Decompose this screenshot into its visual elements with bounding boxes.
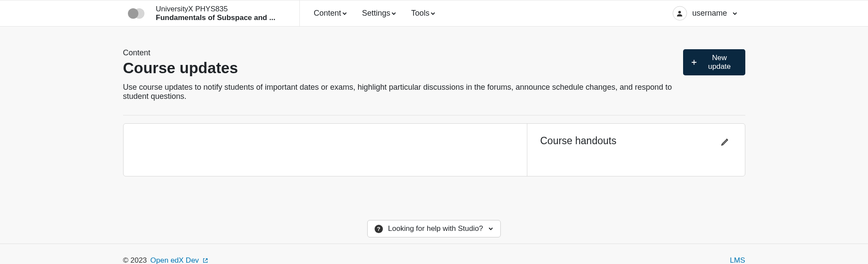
- chevron-down-icon: [430, 11, 436, 16]
- footer: © 2023 Open edX Dev edX and Open edX, an…: [0, 244, 868, 264]
- page-description: Use course updates to notify students of…: [123, 83, 684, 101]
- nav-tools-label: Tools: [411, 9, 429, 18]
- open-edx-dev-label: Open edX Dev: [151, 256, 199, 264]
- logo-icon: [128, 7, 145, 20]
- footer-right: LMS POWERED BY OPEN edX: [694, 256, 745, 264]
- app-header: UniversityX PHYS835 Fundamentals of Subs…: [0, 0, 868, 27]
- divider: [123, 115, 745, 115]
- footer-inner: © 2023 Open edX Dev edX and Open edX, an…: [123, 256, 745, 264]
- nav-settings-label: Settings: [362, 9, 390, 18]
- user-icon: [676, 10, 684, 17]
- help-icon: ?: [375, 225, 383, 233]
- avatar: [673, 6, 687, 20]
- nav-settings[interactable]: Settings: [362, 9, 396, 18]
- footer-left: © 2023 Open edX Dev edX and Open edX, an…: [123, 256, 424, 264]
- new-update-button[interactable]: New update: [683, 49, 745, 75]
- course-code: UniversityX PHYS835: [156, 5, 275, 14]
- main-nav: Content Settings Tools: [300, 9, 436, 18]
- content-panels: Course handouts: [123, 123, 745, 176]
- svg-point-0: [678, 11, 681, 14]
- footer-copyright-row: © 2023 Open edX Dev: [123, 256, 424, 264]
- chevron-down-icon: [732, 11, 737, 16]
- user-menu[interactable]: username: [673, 6, 737, 20]
- plus-icon: [691, 59, 697, 66]
- course-title-block: UniversityX PHYS835 Fundamentals of Subs…: [156, 5, 275, 22]
- chevron-down-icon: [488, 226, 493, 231]
- page-title: Course updates: [123, 59, 684, 77]
- username-label: username: [692, 9, 727, 18]
- page-header: Content Course updates Use course update…: [123, 48, 745, 101]
- new-update-label: New update: [702, 54, 737, 71]
- handouts-panel: Course handouts: [527, 124, 745, 176]
- help-label: Looking for help with Studio?: [388, 224, 483, 233]
- edit-handouts-button[interactable]: [719, 135, 732, 149]
- chevron-down-icon: [342, 11, 347, 16]
- course-name: Fundamentals of Subspace and ...: [156, 14, 275, 22]
- updates-panel: [124, 124, 527, 176]
- lms-link[interactable]: LMS: [730, 256, 745, 264]
- nav-content[interactable]: Content: [314, 9, 347, 18]
- help-button[interactable]: ? Looking for help with Studio?: [367, 220, 501, 237]
- chevron-down-icon: [391, 11, 396, 16]
- handouts-title: Course handouts: [540, 135, 617, 147]
- nav-content-label: Content: [314, 9, 341, 18]
- nav-tools[interactable]: Tools: [411, 9, 436, 18]
- page-header-text: Content Course updates Use course update…: [123, 48, 684, 101]
- open-edx-dev-link[interactable]: Open edX Dev: [151, 256, 199, 264]
- main-content: Content Course updates Use course update…: [123, 27, 745, 176]
- breadcrumb: Content: [123, 48, 684, 58]
- course-identity: UniversityX PHYS835 Fundamentals of Subs…: [128, 0, 300, 26]
- pencil-icon: [721, 137, 730, 146]
- help-section: ? Looking for help with Studio?: [0, 176, 868, 237]
- external-link-icon: [202, 257, 208, 264]
- copyright-text: © 2023: [123, 256, 147, 264]
